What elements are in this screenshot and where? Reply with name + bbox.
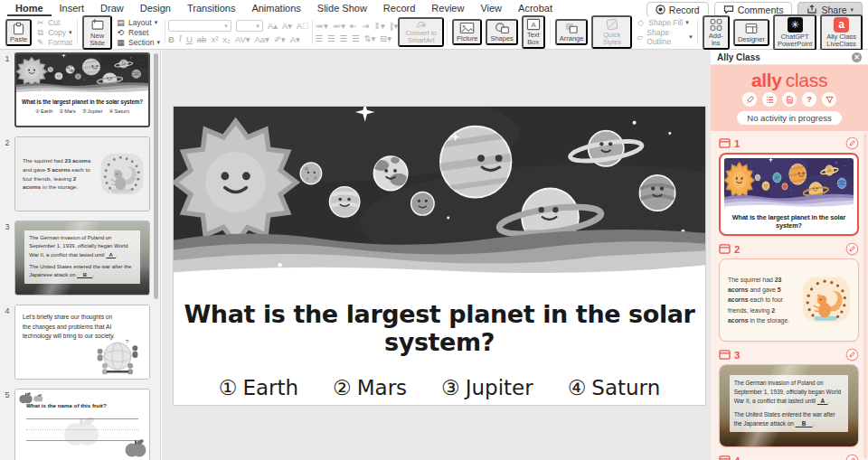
activity-card-3[interactable]: The German invasion of Poland on Septemb… [719,364,859,447]
current-slide[interactable]: What is the largest planet in the solar … [174,107,705,405]
ribbon-separator [697,20,698,44]
shapes-button[interactable]: Shapes [486,19,517,45]
reset-button[interactable]: ⟲Reset [116,28,160,37]
justify-icon[interactable]: ☰ [352,33,360,43]
menu-tab-animations[interactable]: Animations [243,1,308,16]
document-icon[interactable] [782,92,797,107]
ally-panel-scrollbar[interactable] [863,133,867,458]
record-label: Record [669,5,700,15]
menu-tab-insert[interactable]: Insert [52,1,93,16]
shape-outline-button[interactable]: ▱Shape Outline▾ [636,28,692,46]
font-color-icon[interactable]: A▾ [290,34,300,44]
subscript-icon[interactable]: x₂ [222,34,230,44]
menu-tab-acrobat[interactable]: Acrobat [510,1,561,16]
shape-fill-button[interactable]: ◇Shape Fill▾ [636,18,692,27]
menu-tab-record[interactable]: Record [375,1,423,16]
slide-thumbnail-2[interactable]: The squirrel had 23 acorns and gave 5 ac… [14,136,150,211]
add-ins-icon [709,18,723,32]
line-spacing-icon[interactable]: ⇕▾ [373,21,385,31]
menu-tab-transitions[interactable]: Transitions [179,1,243,16]
bold-icon[interactable]: B [168,34,175,44]
picture-button[interactable]: Picture [452,19,482,45]
menu-tab-draw[interactable]: Draw [92,1,132,16]
paste-button[interactable]: Paste [5,19,32,46]
slide-thumbnail-1[interactable]: What is the largest planet in the solar … [14,52,150,127]
question-icon[interactable]: ? [802,92,816,107]
outdent-icon[interactable]: ⇤ [350,21,357,31]
slide-question-text[interactable]: What is the largest planet in the solar … [174,300,705,356]
menu-tab-review[interactable]: Review [423,1,472,16]
edit-pencil-icon[interactable] [845,136,859,150]
highlight-icon[interactable]: ✐▾ [274,34,286,44]
reset-label: Reset [128,28,148,37]
font-name-select[interactable]: ▾ [168,20,231,32]
record-button[interactable]: Record [646,2,709,17]
menu-tab-home[interactable]: Home [7,1,52,16]
ribbon-separator [447,20,448,44]
slide-thumbnail-3[interactable]: The German invasion of Poland on Septemb… [14,221,150,296]
new-slide-button[interactable]: New Slide [82,15,112,50]
squirrel-illustration [800,275,853,325]
decrease-font-icon[interactable]: A▾ [282,21,292,31]
slide-thumbnail-5[interactable]: What is the name of this fruit? [14,389,150,460]
quick-styles-button[interactable]: Quick Styles [591,15,632,49]
superscript-icon[interactable]: x² [211,34,218,44]
slide-options[interactable]: ①Earth ②Mars ③Jupiter ④Saturn [174,376,705,399]
format-painter-button[interactable]: ✎Format [35,38,72,47]
text-box-button[interactable]: A Text Box [522,15,545,49]
funnel-icon[interactable] [822,92,836,107]
ribbon-separator [312,20,313,44]
edit-pencil-icon[interactable] [845,242,859,256]
shape-outline-caret-icon: ▾ [689,33,693,42]
copy-button[interactable]: ⧉Copy▾ [35,28,72,37]
layout-button[interactable]: ▤Layout▾ [116,18,160,27]
edit-pencil-icon[interactable] [845,348,859,361]
activity-card-1[interactable]: What is the largest planet in the solar … [719,153,859,236]
chatgpt-powerpoint-button[interactable]: ✳ ChatGPT PowerPoint [773,14,816,51]
arrange-button[interactable]: Arrange [555,19,589,45]
war-text-box: The German invasion of Poland on Septemb… [24,230,139,284]
space-scene-illustration [174,107,705,280]
edit-pencil-icon[interactable] [845,454,859,460]
font-size-select[interactable]: ▾ [236,20,263,32]
text-box-label: Text Box [526,32,541,46]
add-ins-button[interactable]: Add-ins [703,15,730,50]
activity-card-2[interactable]: The squirrel had 23 acorns and gave 5 ac… [719,258,859,342]
numbering-icon[interactable]: ≕▾ [333,21,345,31]
close-panel-icon[interactable]: ✕ [852,52,862,62]
ally-logo-class: class [786,70,827,90]
increase-font-icon[interactable]: A▴ [268,21,278,31]
align-text-icon[interactable]: ⊟▾ [380,33,392,43]
thumbnail-row-4: 4 Let's briefly share our thoughts on th… [0,305,160,380]
char-spacing-icon[interactable]: AV▾ [235,34,250,44]
ally-class-label: Ally Class LiveClass [825,33,858,48]
thumbnails-scrollbar[interactable] [154,53,158,299]
menu-tab-view[interactable]: View [472,1,510,16]
list-icon[interactable] [762,92,777,107]
slide-thumbnail-4[interactable]: Let's briefly share our thoughts on the … [14,305,150,380]
ally-class-liveclass-button[interactable]: a Ally Class LiveClass [820,14,863,51]
underline-icon[interactable]: U [186,34,193,44]
menu-tab-design[interactable]: Design [132,1,179,16]
thumbnail-row-1: 1 What is the largest planet in the sola… [0,52,160,127]
text-direction-icon[interactable]: ⇅▾ [364,33,376,43]
italic-icon[interactable]: I [179,34,182,44]
align-right-icon[interactable]: ☰ [340,33,348,43]
clear-format-icon[interactable]: A⃥ [297,21,308,31]
align-left-icon[interactable]: ☰ [315,33,323,43]
convert-smartart-button[interactable]: Convert to SmartArt [398,17,444,47]
align-center-icon[interactable]: ☰ [327,33,335,43]
clipboard-stack: ✂Cut ⧉Copy▾ ✎Format [35,18,72,47]
cut-button[interactable]: ✂Cut [35,18,72,27]
columns-icon[interactable]: ∥▾ [390,21,399,31]
rocket-icon[interactable] [742,92,757,107]
thumbnail-options: ①Earth ②Mars ③Jupiter ④Saturn [16,108,148,114]
menu-tab-slideshow[interactable]: Slide Show [309,1,375,16]
font-group: ▾ ▾ A▴ A▾ A⃥ B I U ab x² x₂ AV▾ Aa▾ ✐▾ A… [168,17,309,47]
strikethrough-icon[interactable]: ab [197,34,207,44]
section-button[interactable]: ▦Section▾ [116,38,160,47]
change-case-icon[interactable]: Aa▾ [255,34,269,44]
indent-icon[interactable]: ⇥ [362,21,369,31]
bullets-icon[interactable]: ≔▾ [315,21,327,31]
designer-button[interactable]: Designer [733,19,769,46]
